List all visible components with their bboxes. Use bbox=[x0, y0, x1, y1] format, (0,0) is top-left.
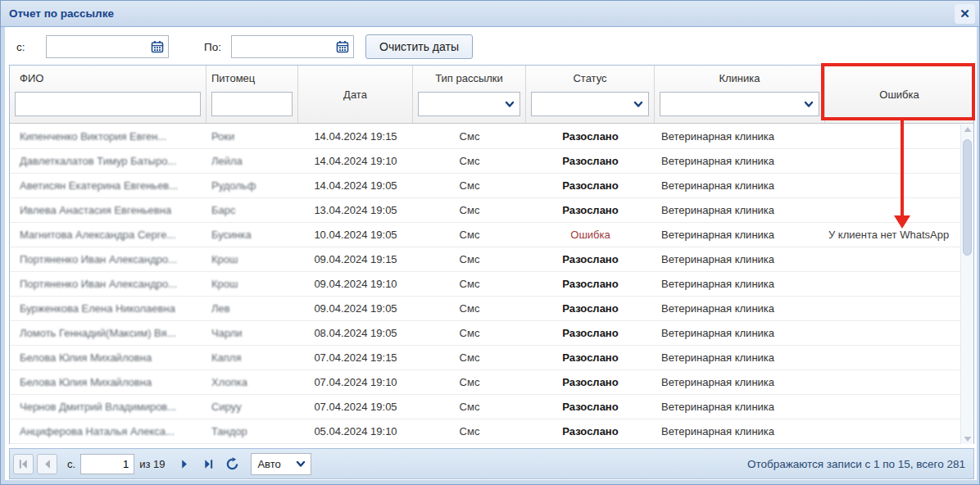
cell-clinic: Ветеринарная клиника bbox=[655, 223, 825, 247]
cell-error bbox=[825, 321, 973, 345]
report-table: ФИО Питомец Дата Тип рассылки Статус bbox=[9, 65, 974, 444]
clear-dates-button[interactable]: Очистить даты bbox=[365, 34, 473, 59]
page-mode-select[interactable]: Авто bbox=[251, 453, 311, 475]
page-mode-value: Авто bbox=[252, 458, 295, 470]
cell-status: Разослано bbox=[526, 395, 655, 419]
column-label: Статус bbox=[526, 66, 654, 84]
cell-date: 13.04.2024 19:05 bbox=[298, 198, 413, 222]
cell-date: 09.04.2024 19:05 bbox=[298, 297, 413, 320]
cell-date: 14.04.2024 19:15 bbox=[298, 125, 413, 148]
cell-date: 05.04.2024 19:10 bbox=[298, 419, 413, 443]
table-header: ФИО Питомец Дата Тип рассылки Статус bbox=[10, 66, 973, 124]
cell-pet: Капля bbox=[206, 346, 298, 369]
type-filter-select[interactable] bbox=[418, 92, 520, 116]
table-row[interactable]: Портяненко Иван Александро... Крош 09.04… bbox=[10, 272, 973, 297]
first-page-icon[interactable] bbox=[13, 454, 34, 474]
filter-toolbar: с: По: bbox=[5, 28, 977, 65]
cell-clinic: Ветеринарная клиника bbox=[655, 247, 825, 271]
column-header-date[interactable]: Дата bbox=[298, 66, 413, 123]
cell-date: 09.04.2024 19:10 bbox=[298, 272, 413, 296]
cell-type: Смс bbox=[413, 272, 526, 296]
cell-type: Смс bbox=[413, 346, 526, 369]
cell-clinic: Ветеринарная клиника bbox=[655, 125, 825, 148]
cell-error bbox=[825, 272, 973, 296]
cell-clinic: Ветеринарная клиника bbox=[655, 198, 825, 222]
table-row[interactable]: Белова Юлия Михайловна Капля 07.04.2024 … bbox=[10, 346, 973, 370]
table-row[interactable]: Аветисян Екатерина Евгеньев... Рудольф 1… bbox=[10, 174, 973, 198]
cell-error bbox=[825, 346, 973, 369]
column-label: Дата bbox=[298, 88, 412, 101]
page-number-input[interactable] bbox=[80, 454, 134, 474]
cell-status: Разослано bbox=[526, 370, 655, 394]
column-header-status[interactable]: Статус bbox=[526, 66, 655, 123]
calendar-icon[interactable] bbox=[332, 36, 353, 57]
cell-fio: Анциферова Наталья Алекса... bbox=[10, 419, 206, 443]
date-to-field bbox=[231, 35, 354, 58]
table-row[interactable]: Кипенченко Виктория Евген... Роки 14.04.… bbox=[10, 125, 973, 149]
date-to-input[interactable] bbox=[232, 41, 332, 53]
table-row[interactable]: Анциферова Наталья Алекса... Тандор 05.0… bbox=[10, 419, 973, 444]
date-from-label: с: bbox=[16, 40, 25, 52]
calendar-icon[interactable] bbox=[147, 36, 168, 57]
scroll-down-icon[interactable] bbox=[961, 431, 973, 442]
date-from-input[interactable] bbox=[47, 41, 147, 53]
cell-type: Смс bbox=[413, 321, 526, 345]
cell-type: Смс bbox=[413, 297, 526, 320]
table-row[interactable]: Магнитова Александра Серге... Бусинка 10… bbox=[10, 223, 973, 247]
cell-pet: Сируу bbox=[206, 395, 298, 419]
column-header-clinic[interactable]: Клиника bbox=[655, 66, 825, 123]
table-row[interactable]: Белова Юлия Михайловна Хлопка 07.04.2024… bbox=[10, 370, 973, 395]
cell-error bbox=[825, 198, 973, 222]
table-row[interactable]: Портяненко Иван Александро... Крош 09.04… bbox=[10, 247, 973, 272]
page-label: с. bbox=[67, 458, 75, 470]
column-header-fio[interactable]: ФИО bbox=[10, 66, 206, 123]
table-row[interactable]: Ломоть Геннадий(Максим) Вя... Чарли 08.0… bbox=[10, 321, 973, 346]
table-row[interactable]: Давлеткалатов Тимур Батыро... Лейла 14.0… bbox=[10, 149, 973, 174]
cell-error bbox=[825, 419, 973, 443]
next-page-icon[interactable] bbox=[175, 454, 195, 474]
close-icon[interactable]: ✕ bbox=[955, 4, 975, 24]
column-header-pet[interactable]: Питомец bbox=[206, 66, 298, 123]
window-titlebar: Отчет по рассылке bbox=[1, 1, 979, 27]
chevron-down-icon bbox=[295, 458, 306, 469]
scrollbar-thumb[interactable] bbox=[963, 139, 972, 256]
chevron-down-icon bbox=[633, 98, 644, 110]
cell-date: 14.04.2024 19:05 bbox=[298, 174, 413, 197]
cell-date: 09.04.2024 19:15 bbox=[298, 247, 413, 271]
cell-status: Разослано bbox=[526, 149, 655, 173]
cell-type: Смс bbox=[413, 125, 526, 148]
table-row[interactable]: Чернов Дмитрий Владимиров... Сируу 07.04… bbox=[10, 395, 973, 419]
cell-fio: Бурженкова Елена Николаевна bbox=[10, 297, 206, 320]
cell-status: Ошибка bbox=[526, 223, 655, 247]
column-label: ФИО bbox=[10, 66, 206, 84]
cell-fio: Ломоть Геннадий(Максим) Вя... bbox=[10, 321, 206, 345]
table-row[interactable]: Ивлева Анастасия Евгеньевна Барс 13.04.2… bbox=[10, 198, 973, 223]
date-from-field bbox=[46, 35, 169, 58]
cell-clinic: Ветеринарная клиника bbox=[655, 395, 825, 419]
column-header-error[interactable]: Ошибка bbox=[825, 66, 973, 123]
scroll-up-icon[interactable] bbox=[961, 126, 973, 138]
cell-error bbox=[825, 149, 973, 173]
cell-status: Разослано bbox=[526, 272, 655, 296]
pet-filter-input[interactable] bbox=[211, 92, 293, 116]
fio-filter-input[interactable] bbox=[15, 92, 201, 116]
prev-page-icon[interactable] bbox=[37, 454, 57, 474]
cell-error bbox=[825, 125, 973, 148]
cell-status: Разослано bbox=[526, 297, 655, 320]
table-row[interactable]: Бурженкова Елена Николаевна Лев 09.04.20… bbox=[10, 297, 973, 321]
cell-date: 07.04.2024 19:10 bbox=[298, 370, 413, 394]
cell-pet: Хлопка bbox=[206, 370, 298, 394]
clinic-filter-select[interactable] bbox=[660, 92, 819, 116]
cell-fio: Кипенченко Виктория Евген... bbox=[10, 125, 206, 148]
cell-clinic: Ветеринарная клиника bbox=[655, 174, 825, 197]
cell-status: Разослано bbox=[526, 247, 655, 271]
last-page-icon[interactable] bbox=[198, 454, 219, 474]
cell-clinic: Ветеринарная клиника bbox=[655, 419, 825, 443]
cell-status: Разослано bbox=[526, 198, 655, 222]
refresh-icon[interactable] bbox=[222, 454, 243, 474]
vertical-scrollbar[interactable] bbox=[960, 125, 973, 444]
chevron-down-icon bbox=[504, 98, 515, 110]
status-filter-select[interactable] bbox=[531, 92, 649, 116]
cell-fio: Давлеткалатов Тимур Батыро... bbox=[10, 149, 206, 173]
column-header-type[interactable]: Тип рассылки bbox=[413, 66, 526, 123]
